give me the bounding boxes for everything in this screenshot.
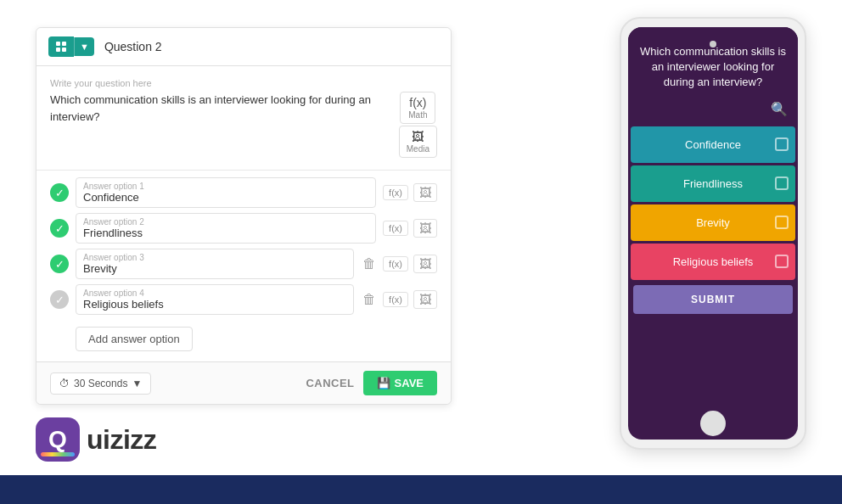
answer-input-3[interactable]: Answer option 3 Brevity bbox=[76, 249, 354, 279]
logo-q-letter: Q bbox=[48, 426, 67, 453]
media-tool-button[interactable]: 🖼 Media bbox=[399, 126, 437, 158]
answer-label-3: Answer option 3 bbox=[83, 253, 346, 262]
answer-img-btn-2[interactable]: 🖼 bbox=[413, 219, 437, 238]
timer-label: 30 Seconds bbox=[74, 378, 127, 389]
answer-row-2: ✓ Answer option 2 Friendliness f(x) 🖼 bbox=[50, 213, 437, 244]
answer-text-4: Religious beliefs bbox=[83, 298, 346, 311]
answer-label-4: Answer option 4 bbox=[83, 288, 346, 298]
save-icon: 💾 bbox=[377, 377, 390, 389]
answer-label-2: Answer option 2 bbox=[83, 217, 368, 227]
answer-checkbox-4 bbox=[775, 255, 789, 268]
answer-delete-btn-3[interactable]: 🗑 bbox=[361, 255, 378, 273]
media-icon: 🖼 bbox=[412, 130, 424, 143]
cancel-button[interactable]: CANCEL bbox=[306, 377, 354, 389]
answer-func-btn-1[interactable]: f(x) bbox=[383, 185, 408, 200]
answer-delete-btn-4[interactable]: 🗑 bbox=[361, 290, 378, 309]
quiz-search-icon-area: 🔍 bbox=[628, 101, 798, 124]
answer-func-btn-2[interactable]: f(x) bbox=[383, 221, 408, 236]
answer-label-1: Answer option 1 bbox=[83, 182, 368, 191]
math-tool-button[interactable]: f(x) Math bbox=[400, 92, 435, 124]
answer-input-1[interactable]: Answer option 1 Confidence bbox=[76, 177, 376, 208]
question-type-button[interactable] bbox=[48, 36, 74, 57]
answer-func-btn-3[interactable]: f(x) bbox=[383, 256, 408, 272]
answer-checkbox-3 bbox=[775, 216, 789, 229]
answer-actions-3: 🗑 f(x) 🖼 bbox=[361, 255, 437, 273]
footer-actions: CANCEL 💾 SAVE bbox=[306, 371, 437, 395]
quiz-question-text: Which communication skills is an intervi… bbox=[640, 45, 786, 88]
question-text[interactable]: Which communication skills is an intervi… bbox=[50, 92, 390, 132]
answer-check-1: ✓ bbox=[50, 183, 69, 202]
answer-text-2: Friendliness bbox=[83, 227, 368, 239]
question-label: Question 2 bbox=[104, 40, 162, 53]
answer-actions-1: f(x) 🖼 bbox=[383, 183, 437, 202]
svg-rect-3 bbox=[62, 48, 66, 52]
mobile-preview: Which communication skills is an intervi… bbox=[620, 17, 806, 450]
quiz-answer-btn-4[interactable]: Religious beliefs bbox=[631, 244, 795, 280]
mobile-home-button bbox=[700, 411, 726, 436]
question-type-dropdown[interactable]: ▼ bbox=[74, 37, 94, 56]
answer-checkbox-1 bbox=[775, 137, 789, 151]
answer-check-4: ✓ bbox=[50, 290, 69, 309]
question-placeholder-label: Write your question here bbox=[50, 78, 437, 88]
answer-checkbox-2 bbox=[775, 176, 789, 190]
question-input-area: Write your question here Which communica… bbox=[36, 66, 451, 171]
answer-check-2: ✓ bbox=[50, 219, 69, 238]
editor-panel: ▼ Question 2 Write your question here Wh… bbox=[36, 27, 452, 405]
mobile-notch bbox=[710, 41, 716, 48]
quiz-question-area: Which communication skills is an intervi… bbox=[628, 27, 798, 101]
logo-text: uizizz bbox=[87, 424, 156, 456]
mobile-screen: Which communication skills is an intervi… bbox=[628, 27, 798, 440]
answer-row-3: ✓ Answer option 3 Brevity 🗑 f(x) 🖼 bbox=[50, 249, 437, 279]
quiz-answer-btn-3[interactable]: Brevity bbox=[631, 204, 795, 241]
quiz-answers: Confidence Friendliness Brevity Religiou… bbox=[628, 124, 798, 440]
quiz-submit-button[interactable]: SUBMIT bbox=[633, 285, 793, 314]
timer-icon: ⏱ bbox=[59, 378, 70, 389]
answer-input-2[interactable]: Answer option 2 Friendliness bbox=[76, 213, 376, 244]
add-answer-button[interactable]: Add answer option bbox=[76, 327, 193, 351]
svg-rect-1 bbox=[62, 42, 66, 46]
answer-actions-2: f(x) 🖼 bbox=[383, 219, 437, 238]
answer-img-btn-4[interactable]: 🖼 bbox=[413, 290, 437, 309]
logo-icon: Q bbox=[36, 417, 80, 462]
answer-check-3: ✓ bbox=[50, 255, 69, 273]
search-icon: 🔍 bbox=[771, 102, 788, 116]
quizizz-logo: Q uizizz bbox=[36, 417, 156, 462]
svg-rect-0 bbox=[56, 42, 60, 46]
logo-color-bar bbox=[41, 452, 75, 456]
svg-rect-2 bbox=[56, 48, 60, 52]
save-button[interactable]: 💾 SAVE bbox=[363, 371, 437, 395]
answer-row-1: ✓ Answer option 1 Confidence f(x) 🖼 bbox=[50, 177, 437, 208]
timer-button[interactable]: ⏱ 30 Seconds ▼ bbox=[50, 372, 151, 395]
answer-actions-4: 🗑 f(x) 🖼 bbox=[361, 290, 437, 309]
math-icon: f(x) bbox=[409, 96, 426, 109]
answer-text-1: Confidence bbox=[83, 191, 368, 204]
answer-func-btn-4[interactable]: f(x) bbox=[383, 292, 408, 307]
answers-area: ✓ Answer option 1 Confidence f(x) 🖼 ✓ An… bbox=[36, 171, 451, 361]
quiz-answer-btn-1[interactable]: Confidence bbox=[631, 126, 795, 163]
answer-img-btn-1[interactable]: 🖼 bbox=[413, 183, 437, 202]
answer-text-3: Brevity bbox=[83, 262, 346, 275]
question-tools: f(x) Math 🖼 Media bbox=[399, 92, 437, 158]
editor-header: ▼ Question 2 bbox=[36, 28, 451, 66]
timer-dropdown-icon: ▼ bbox=[132, 378, 142, 389]
answer-row-4: ✓ Answer option 4 Religious beliefs 🗑 f(… bbox=[50, 284, 437, 315]
answer-img-btn-3[interactable]: 🖼 bbox=[413, 255, 437, 273]
answer-input-4[interactable]: Answer option 4 Religious beliefs bbox=[76, 284, 354, 315]
quiz-answer-btn-2[interactable]: Friendliness bbox=[631, 165, 795, 202]
bottom-bar bbox=[0, 475, 842, 504]
editor-footer: ⏱ 30 Seconds ▼ CANCEL 💾 SAVE bbox=[36, 361, 451, 404]
